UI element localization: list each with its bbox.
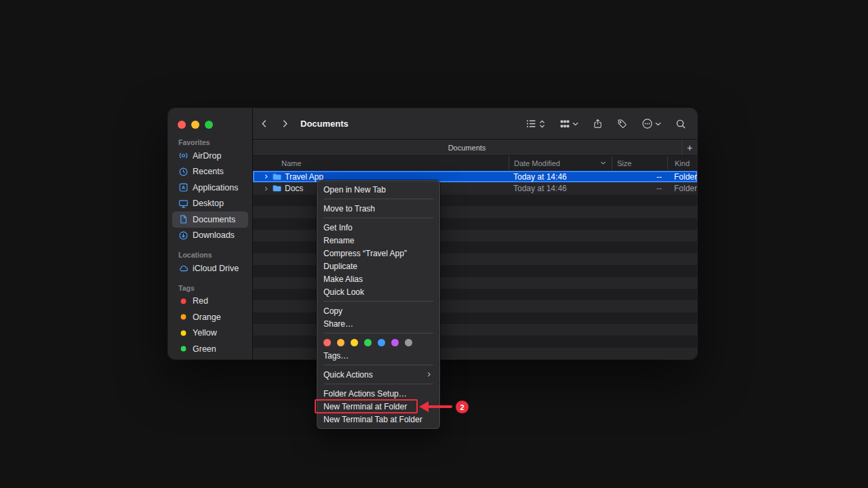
tag-button[interactable] <box>617 119 627 129</box>
tag-color-dot[interactable] <box>337 339 344 346</box>
sidebar-item-downloads[interactable]: Downloads <box>172 228 248 244</box>
sidebar-item-applications[interactable]: AApplications <box>172 180 248 196</box>
menu-item-compress-travel-app[interactable]: Compress “Travel App” <box>317 247 440 260</box>
tag-dot-icon <box>178 327 189 338</box>
chevron-down-icon <box>572 122 578 126</box>
menu-item-quick-look[interactable]: Quick Look <box>317 285 440 298</box>
search-button[interactable] <box>675 119 686 129</box>
downloads-icon <box>178 230 189 241</box>
forward-button[interactable] <box>280 118 290 129</box>
folder-icon <box>272 184 282 193</box>
sidebar-item-green[interactable]: Green <box>172 341 248 357</box>
menu-item-tags[interactable]: Tags… <box>317 349 440 362</box>
sidebar-item-documents[interactable]: Documents <box>172 211 248 228</box>
menu-separator <box>323 199 433 199</box>
disclosure-chevron-icon[interactable] <box>263 186 269 192</box>
sidebar-item-airdrop[interactable]: AirDrop <box>172 148 248 164</box>
tag-icon <box>617 119 627 129</box>
column-header-size[interactable]: Size <box>612 156 667 170</box>
submenu-chevron-icon <box>426 371 432 378</box>
new-tab-button[interactable]: + <box>682 140 697 155</box>
tab-bar: Documents + <box>253 140 697 156</box>
tag-color-dot[interactable] <box>364 339 372 346</box>
menu-item-get-info[interactable]: Get Info <box>317 221 440 234</box>
tag-color-dot[interactable] <box>323 339 331 346</box>
window-title: Documents <box>300 119 349 129</box>
column-header-label: Name <box>281 159 301 167</box>
sidebar-item-label: Downloads <box>193 230 235 240</box>
back-button[interactable] <box>260 118 269 129</box>
sidebar-item-label: Yellow <box>193 328 217 338</box>
zoom-button[interactable] <box>205 121 213 129</box>
menu-item-label: Get Info <box>323 223 353 232</box>
column-header-name[interactable]: Name <box>253 156 509 170</box>
menu-item-label: New Terminal at Folder <box>323 402 407 411</box>
tag-color-dot[interactable] <box>391 339 399 346</box>
sidebar-sections: FavoritesAirDropRecentsAApplicationsDesk… <box>168 138 252 357</box>
tag-dot-icon <box>178 344 189 354</box>
menu-item-move-to-trash[interactable]: Move to Trash <box>317 202 440 215</box>
context-menu: Open in New TabMove to TrashGet InfoRena… <box>317 180 440 429</box>
tag-color-dot[interactable] <box>351 339 358 346</box>
step-badge: 2 <box>456 401 469 413</box>
sidebar-item-red[interactable]: Red <box>172 293 248 310</box>
menu-item-open-in-new-tab[interactable]: Open in New Tab <box>317 183 440 196</box>
share-button[interactable] <box>593 118 603 129</box>
menu-separator <box>323 365 433 365</box>
column-header-kind[interactable]: Kind <box>667 156 697 170</box>
sidebar-section-label-tags: Tags <box>178 284 248 292</box>
sidebar-item-label: Orange <box>193 312 221 322</box>
menu-item-quick-actions[interactable]: Quick Actions <box>317 368 440 381</box>
toolbar: Documents <box>253 108 697 140</box>
tab-documents[interactable]: Documents <box>253 144 681 152</box>
column-header-label: Size <box>617 159 631 167</box>
sidebar-item-label: Recents <box>193 167 224 176</box>
menu-item-label: Folder Actions Setup… <box>323 389 407 399</box>
menu-item-label: Compress “Travel App” <box>323 249 407 258</box>
file-date-modified: Today at 14:46 <box>509 182 612 194</box>
airdrop-icon <box>178 150 189 161</box>
sidebar-item-label: Green <box>193 344 216 354</box>
tag-color-dot[interactable] <box>378 339 385 346</box>
menu-item-duplicate[interactable]: Duplicate <box>317 260 440 272</box>
share-icon <box>593 118 603 129</box>
menu-item-folder-actions-setup[interactable]: Folder Actions Setup… <box>317 387 440 400</box>
menu-item-share[interactable]: Share… <box>317 317 440 330</box>
tag-dot-icon <box>178 312 189 323</box>
menu-item-rename[interactable]: Rename <box>317 234 440 247</box>
tag-color-dot[interactable] <box>405 339 412 346</box>
group-by-button[interactable] <box>559 119 578 129</box>
menu-item-label: Move to Trash <box>323 204 375 214</box>
menu-item-make-alias[interactable]: Make Alias <box>317 272 440 285</box>
sidebar-item-icloud-drive[interactable]: iCloud Drive <box>172 260 248 277</box>
column-header-date-modified[interactable]: Date Modified <box>509 156 612 170</box>
tag-color-row <box>317 336 440 349</box>
file-name: Travel App <box>285 172 323 182</box>
file-name: Docs <box>285 184 303 193</box>
menu-item-label: Copy <box>323 306 342 316</box>
sidebar-item-yellow[interactable]: Yellow <box>172 325 248 342</box>
menu-item-new-terminal-tab-at-folder[interactable]: New Terminal Tab at Folder <box>317 413 440 426</box>
minimize-button[interactable] <box>191 121 199 129</box>
menu-item-copy[interactable]: Copy <box>317 304 440 317</box>
more-button[interactable] <box>642 118 661 129</box>
forward-icon <box>280 118 290 129</box>
disclosure-chevron-icon[interactable] <box>263 174 269 180</box>
column-header-label: Date Modified <box>514 159 560 167</box>
file-kind: Folder <box>667 171 697 182</box>
view-list-button[interactable] <box>526 118 545 129</box>
applications-icon: A <box>178 182 189 193</box>
arrow-line <box>428 405 452 408</box>
sidebar-item-label: Documents <box>193 215 235 224</box>
documents-icon <box>178 214 189 225</box>
column-header-row: NameDate ModifiedSizeKind <box>253 156 697 171</box>
folder-icon <box>272 172 282 182</box>
sidebar-item-orange[interactable]: Orange <box>172 309 248 325</box>
tag-dot-icon <box>178 296 189 306</box>
sort-chevron-icon <box>600 161 606 165</box>
menu-separator <box>323 333 433 333</box>
sidebar-item-recents[interactable]: Recents <box>172 164 248 180</box>
close-button[interactable] <box>178 121 186 129</box>
sidebar-item-desktop[interactable]: Desktop <box>172 196 248 212</box>
toolbar-actions <box>526 118 686 129</box>
